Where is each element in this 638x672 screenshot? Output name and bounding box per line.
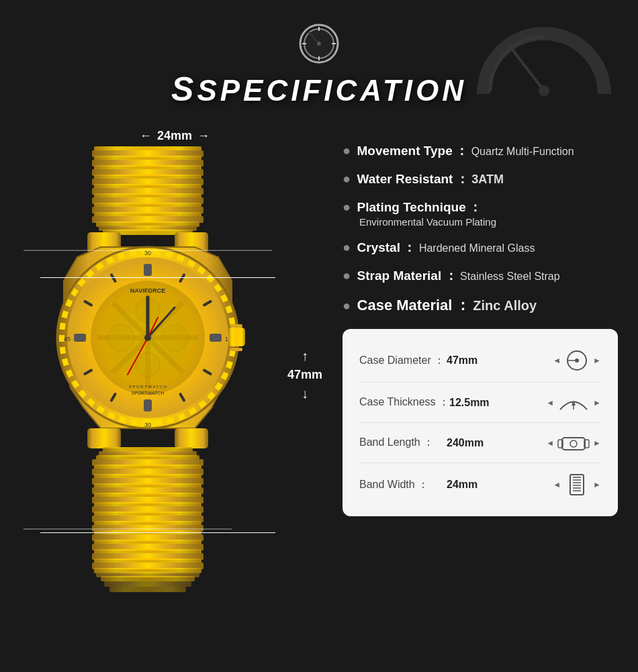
spec-label: Strap Material xyxy=(357,269,442,283)
svg-rect-108 xyxy=(101,576,195,581)
watch-image: NAVIFORCE SPORTWATCH S P O R T W A T C H… xyxy=(20,146,275,603)
bullet-icon: ● xyxy=(343,298,351,313)
dim-row-band-width: Band Width ： 24mm ◄ ► xyxy=(359,463,601,506)
spec-label: Crystal xyxy=(357,240,400,254)
watch-with-height: NAVIFORCE SPORTWATCH S P O R T W A T C H… xyxy=(20,146,329,603)
spec-value: Stainless Steel Strap xyxy=(460,271,560,282)
svg-rect-79 xyxy=(175,428,208,448)
specs-section: ● Movement Type ： Quartz Multi-Function … xyxy=(329,129,618,516)
dim-value-band-length: 240mm xyxy=(447,437,494,449)
spec-item-plating: ● Plating Technique ： Environmental Vacu… xyxy=(343,199,618,228)
watch-section: ← 24mm → xyxy=(20,129,329,603)
spec-label: Movement Type xyxy=(357,144,453,158)
h-line-bottom xyxy=(40,532,275,533)
svg-rect-50 xyxy=(210,334,222,342)
dimensions-box: Case Diameter ： 47mm ◄ ► Case Thickness … xyxy=(343,329,618,516)
spec-value: Environmental Vacuum Plating xyxy=(359,216,496,228)
svg-point-59 xyxy=(107,324,134,351)
arrow-down-icon: ↓ xyxy=(302,386,308,401)
width-measurement: ← 24mm → xyxy=(20,129,329,143)
dim-label-case-thickness: Case Thickness ： xyxy=(359,395,449,410)
page-title: SSPECIFICATION xyxy=(0,70,638,109)
svg-rect-78 xyxy=(87,428,121,448)
svg-rect-77 xyxy=(230,348,242,351)
svg-rect-110 xyxy=(109,587,186,592)
bullet-icon: ● xyxy=(343,171,351,186)
svg-rect-49 xyxy=(144,264,152,276)
svg-point-119 xyxy=(570,440,577,447)
svg-point-7 xyxy=(317,42,321,46)
svg-text:NAVIFORCE: NAVIFORCE xyxy=(130,287,165,294)
dim-label-band-length: Band Length ： xyxy=(359,436,447,450)
svg-rect-118 xyxy=(562,438,585,450)
bullet-icon: ● xyxy=(343,240,351,254)
spec-label: Case Material xyxy=(357,297,453,314)
bullet-icon: ● xyxy=(343,143,351,158)
arrow-up-icon: ↑ xyxy=(302,348,308,364)
svg-rect-51 xyxy=(144,399,152,412)
svg-text:SPORTWATCH: SPORTWATCH xyxy=(132,391,165,395)
height-measurement: ↑ 47mm ↓ xyxy=(287,348,322,401)
height-label: 47mm xyxy=(287,368,322,382)
spec-value: Hardened Mineral Glass xyxy=(419,242,535,254)
dim-icon-case-thickness: ◄ ► xyxy=(546,391,601,414)
bullet-icon: ● xyxy=(343,199,351,214)
svg-rect-76 xyxy=(230,324,242,328)
svg-point-62 xyxy=(136,352,160,377)
dim-value-case-diameter: 47mm xyxy=(447,354,494,367)
svg-point-74 xyxy=(144,334,151,341)
spec-item-crystal: ● Crystal ： Hardened Mineral Glass xyxy=(343,239,618,256)
spec-label: Plating Technique xyxy=(357,200,466,214)
arrow-right-icon: → xyxy=(197,129,210,143)
spec-value: Quartz Multi-Function xyxy=(471,146,574,157)
dim-icon-case-diameter: ◄ ► xyxy=(553,347,601,374)
spec-value: 3ATM xyxy=(471,173,504,186)
dim-value-case-thickness: 12.5mm xyxy=(449,397,496,409)
dim-row-case-diameter: Case Diameter ： 47mm ◄ ► xyxy=(359,339,601,383)
svg-text:S P O R T W A T C H: S P O R T W A T C H xyxy=(129,385,167,389)
dim-row-band-length: Band Length ： 240mm ◄ ► xyxy=(359,423,601,463)
svg-point-60 xyxy=(161,324,188,351)
dim-label-band-width: Band Width ： xyxy=(359,478,447,492)
dim-label-case-diameter: Case Diameter ： xyxy=(359,354,447,368)
spec-value: Zinc Alloy xyxy=(473,298,537,313)
spec-item-strap: ● Strap Material ： Stainless Steel Strap xyxy=(343,267,618,285)
spec-item-movement: ● Movement Type ： Quartz Multi-Function xyxy=(343,142,618,160)
arrow-left-icon: ← xyxy=(140,129,152,143)
svg-text:30: 30 xyxy=(144,422,151,428)
bullet-icon: ● xyxy=(343,268,351,283)
dim-icon-band-length: ◄ ► xyxy=(546,431,601,454)
width-label: 24mm xyxy=(157,129,192,143)
watch-svg: NAVIFORCE SPORTWATCH S P O R T W A T C H… xyxy=(24,146,272,603)
spec-item-water: ● Water Resistant ： 3ATM xyxy=(343,171,618,188)
dim-icon-band-width: ◄ ► xyxy=(553,471,601,498)
page-header: SSPECIFICATION xyxy=(0,0,638,122)
svg-rect-75 xyxy=(228,328,245,346)
spec-label: Water Resistant xyxy=(357,172,453,186)
speedometer-icon xyxy=(295,20,343,67)
svg-text:45: 45 xyxy=(64,336,71,342)
dim-value-band-width: 24mm xyxy=(447,479,494,491)
spec-item-case: ● Case Material ： Zinc Alloy xyxy=(343,295,618,316)
dim-row-case-thickness: Case Thickness ： 12.5mm ◄ ► xyxy=(359,383,601,423)
main-content: ← 24mm → xyxy=(0,122,638,603)
svg-rect-109 xyxy=(104,581,191,587)
svg-rect-52 xyxy=(74,334,86,342)
h-line-top xyxy=(40,277,275,278)
